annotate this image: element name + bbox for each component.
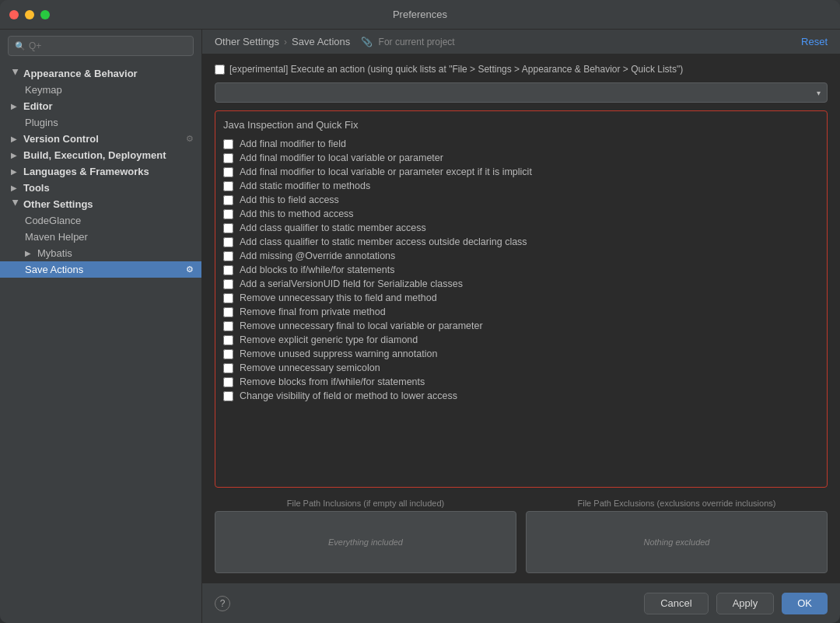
inclusions-placeholder: Everything included [328,537,403,547]
inspection-item: Add final modifier to field [223,137,819,151]
sidebar-item-plugins[interactable]: Plugins [0,114,201,131]
inspection-item: Remove final from private method [223,305,819,319]
experimental-checkbox[interactable] [215,65,225,75]
reset-button[interactable]: Reset [801,36,828,47]
inspection-item: Add missing @Override annotations [223,249,819,263]
ok-button[interactable]: OK [782,593,828,614]
action-dropdown[interactable]: ▾ [215,82,828,103]
experimental-row: [experimental] Execute an action (using … [215,64,828,75]
sidebar-item-appearance[interactable]: ▶ Appearance & Behavior [0,65,201,82]
inspection-item: Remove unused suppress warning annotatio… [223,347,819,361]
inspection-checkbox-13[interactable] [223,321,233,331]
inclusions-box: File Path Inclusions (if empty all inclu… [215,499,516,573]
inspection-item-label-5: Add this to method access [240,208,354,219]
inspection-checkbox-5[interactable] [223,209,233,219]
sidebar-item-version-control[interactable]: ▶ Version Control ⚙ [0,131,201,147]
search-placeholder: Q+ [29,40,41,51]
inspection-item: Remove blocks from if/while/for statemen… [223,375,819,389]
inspection-checkbox-9[interactable] [223,265,233,275]
inspection-item-label-2: Add final modifier to local variable or … [240,166,532,177]
inspection-item: Add static modifier to methods [223,179,819,193]
help-button[interactable]: ? [215,596,230,611]
sidebar-item-codeglance[interactable]: CodeGlance [0,212,201,229]
inspection-item-label-1: Add final modifier to local variable or … [240,152,443,163]
search-icon: 🔍 [15,41,26,51]
sidebar-item-build[interactable]: ▶ Build, Execution, Deployment [0,147,201,163]
sidebar-item-save-actions[interactable]: Save Actions ⚙ [0,261,201,278]
cancel-button[interactable]: Cancel [644,593,708,614]
inspection-item-label-10: Add a serialVersionUID field for Seriali… [240,278,463,289]
sidebar-tree: ▶ Appearance & Behavior Keymap ▶ Editor … [0,62,201,623]
sidebar-item-editor[interactable]: ▶ Editor [0,98,201,114]
inspection-checkbox-6[interactable] [223,223,233,233]
close-button[interactable] [9,10,19,19]
experimental-label: [experimental] Execute an action (using … [229,64,683,75]
bottom-buttons: Cancel Apply OK [644,593,828,614]
sidebar-item-maven-helper[interactable]: Maven Helper [0,229,201,245]
settings-icon: ⚙ [186,134,194,144]
inspection-item-label-13: Remove unnecessary final to local variab… [240,320,483,331]
main-content: 🔍 Q+ ▶ Appearance & Behavior Keymap ▶ Ed… [0,30,840,623]
inspection-checkbox-15[interactable] [223,349,233,359]
sidebar-item-label: Version Control [23,133,99,145]
sidebar-item-other-settings[interactable]: ▶ Other Settings [0,196,201,212]
inspection-checkbox-17[interactable] [223,377,233,387]
inspection-item: Add blocks to if/while/for statements [223,263,819,277]
minimize-button[interactable] [25,10,34,19]
inspection-item-label-7: Add class qualifier to static member acc… [240,236,527,247]
inspection-item: Add final modifier to local variable or … [223,151,819,165]
breadcrumb-bar: Other Settings › Save Actions 📎 For curr… [202,30,840,54]
inspection-title: Java Inspection and Quick Fix [223,119,819,131]
sidebar-item-label: Mybatis [37,247,72,259]
breadcrumb-other-settings[interactable]: Other Settings [215,36,279,47]
panel-body: [experimental] Execute an action (using … [202,54,840,583]
inspection-item: Change visibility of field or method to … [223,389,819,403]
inspection-item: Remove unnecessary final to local variab… [223,319,819,333]
fullscreen-button[interactable] [40,10,50,19]
inspection-checkbox-7[interactable] [223,237,233,247]
inspection-checkbox-12[interactable] [223,307,233,317]
inspection-item-label-3: Add static modifier to methods [240,180,370,191]
inspection-item-label-12: Remove final from private method [240,306,386,317]
sidebar-item-label: Maven Helper [25,231,88,243]
search-box[interactable]: 🔍 Q+ [8,36,194,56]
sidebar-item-languages[interactable]: ▶ Languages & Frameworks [0,163,201,180]
inspection-item: Add class qualifier to static member acc… [223,235,819,249]
bottom-bar: ? Cancel Apply OK [202,583,840,623]
inspection-checkbox-2[interactable] [223,167,233,177]
inspection-item: Add final modifier to local variable or … [223,165,819,179]
inspection-checkbox-4[interactable] [223,195,233,205]
sidebar-item-mybatis[interactable]: ▶ Mybatis [0,245,201,261]
inclusions-list[interactable]: Everything included [215,511,516,573]
sidebar: 🔍 Q+ ▶ Appearance & Behavior Keymap ▶ Ed… [0,30,202,623]
breadcrumb-project: 📎 For current project [361,37,454,47]
apply-button[interactable]: Apply [716,593,775,614]
exclusions-list[interactable]: Nothing excluded [526,511,828,573]
inspection-item-label-8: Add missing @Override annotations [240,250,395,261]
inspection-item: Add class qualifier to static member acc… [223,221,819,235]
arrow-icon: ▶ [11,151,20,159]
inspection-checkbox-1[interactable] [223,153,233,163]
window-title: Preferences [393,9,447,20]
inspection-item-label-14: Remove explicit generic type for diamond [240,334,418,345]
right-panel: Other Settings › Save Actions 📎 For curr… [202,30,840,623]
inspection-checkbox-8[interactable] [223,251,233,261]
arrow-icon: ▶ [11,102,20,110]
inspection-checkbox-16[interactable] [223,363,233,373]
inspection-item: Add this to field access [223,193,819,207]
inspection-checkbox-0[interactable] [223,139,233,149]
arrow-icon: ▶ [11,184,20,192]
exclusions-label: File Path Exclusions (exclusions overrid… [526,499,828,508]
inspection-item: Remove explicit generic type for diamond [223,333,819,347]
inspection-checkbox-3[interactable] [223,181,233,191]
inspection-checkbox-10[interactable] [223,279,233,289]
sidebar-item-label: Plugins [25,117,58,128]
sidebar-item-tools[interactable]: ▶ Tools [0,180,201,196]
arrow-icon: ▶ [25,249,34,257]
inspection-checkbox-11[interactable] [223,293,233,303]
chevron-down-icon: ▾ [817,89,821,97]
breadcrumb-save-actions[interactable]: Save Actions [292,36,350,47]
sidebar-item-keymap[interactable]: Keymap [0,82,201,98]
inspection-checkbox-14[interactable] [223,335,233,345]
inspection-checkbox-18[interactable] [223,391,233,401]
